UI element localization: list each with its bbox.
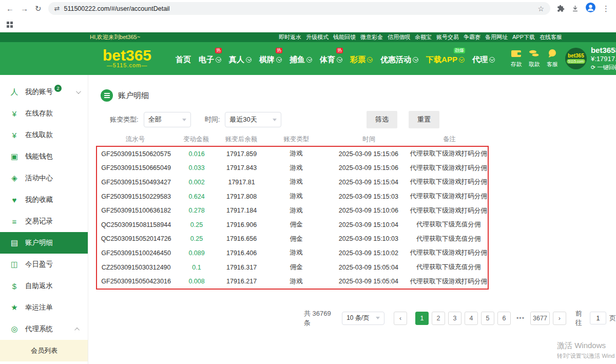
page-number-button[interactable]: 4 (465, 312, 478, 325)
sidebar-item[interactable]: ◎ 代理系统 (0, 318, 88, 340)
cell-type: 游戏 (265, 164, 328, 173)
windows-activation-watermark: 激活 Windows 转到“设置”以激活 Wind (557, 341, 616, 360)
sidebar-item[interactable]: ♥ 我的收藏 (0, 189, 88, 210)
profile-avatar[interactable] (586, 3, 595, 14)
cell-remark: 代理获取下级充值分佣 (410, 220, 488, 229)
sidebar-item[interactable]: 人 我的账号 2 (0, 81, 88, 103)
nav-item[interactable]: 彩票 (346, 51, 376, 67)
nav-item[interactable]: 真人 (225, 51, 255, 67)
cell-time: 2025-03-09 15:15:04 (328, 179, 410, 186)
site-logo[interactable]: bet365 —5115.com— (103, 49, 151, 68)
cell-balance: 17916.906 (218, 221, 265, 228)
address-bar[interactable]: ⇄ 511500222.com/#/user/accountDetail ☆ (48, 2, 550, 15)
sidebar-subitem-member-list[interactable]: 会员列表 (0, 340, 88, 361)
sidebar-item[interactable]: ¥ 在线存款 (0, 103, 88, 124)
next-page-button[interactable]: › (553, 312, 566, 325)
filter-button[interactable]: 筛选 (367, 111, 397, 128)
cell-serial-no: QC25030915052014726 (97, 235, 175, 242)
sidebar-item[interactable]: ◫ 今日盈亏 (0, 254, 88, 275)
back-button[interactable]: ← (6, 5, 14, 12)
menu-dots-icon[interactable]: ⋮ (602, 5, 610, 12)
topbar-link[interactable]: 在线客服 (540, 33, 562, 41)
page-number-button[interactable]: 1 (415, 312, 429, 325)
goto-page-input[interactable] (590, 312, 606, 324)
deposit-button[interactable]: 存款 (511, 49, 522, 68)
cell-balance: 17917.81 (218, 179, 265, 186)
sidebar-item-icon: ¥ (9, 131, 20, 140)
chevron-down-icon (182, 119, 186, 121)
page-number-button[interactable]: ••• (514, 312, 527, 325)
chevron-down-circle-icon (489, 57, 495, 63)
nav-item[interactable]: 劲爆 下载APP (422, 51, 468, 67)
topbar-link[interactable]: 钱能回馈 (333, 33, 356, 41)
topbar-link[interactable]: 即时返水 (279, 33, 301, 41)
sidebar-item-icon: $ (9, 282, 20, 291)
bookmark-star-icon[interactable]: ☆ (537, 5, 544, 12)
nav-item[interactable]: 捕鱼 (286, 51, 316, 67)
reload-button[interactable]: ↻ (35, 5, 42, 12)
withdraw-button[interactable]: 取款 (529, 49, 540, 68)
nav-item[interactable]: 代理 (469, 51, 498, 67)
per-page-select[interactable]: 10 条/页 (342, 312, 384, 325)
nav-item[interactable]: 热 电子 (195, 51, 225, 67)
nav-item[interactable]: 首页 (172, 51, 195, 67)
prev-page-button[interactable]: ‹ (394, 312, 407, 325)
topbar-link[interactable]: 余额宝 (415, 33, 432, 41)
page-title: 账户明细 (118, 91, 149, 101)
topbar-link[interactable]: 账号交易 (436, 33, 459, 41)
topbar-link[interactable]: 争霸赛 (464, 33, 480, 41)
sidebar-item[interactable]: ¥ 在线取款 (0, 124, 88, 146)
column-header: 时间 (328, 135, 410, 144)
apps-grid-icon[interactable] (7, 22, 13, 28)
sidebar-item[interactable]: ≡ 交易记录 (0, 210, 88, 232)
page-number-button[interactable]: 3677 (530, 312, 550, 325)
sidebar-item-label: 活动中心 (25, 174, 53, 183)
sidebar-item-label: 账户明细 (25, 238, 53, 247)
cell-serial-no: GF25030915150493427 (97, 179, 175, 186)
goto-unit: 页 (609, 314, 616, 323)
topbar-link[interactable]: 升级模式 (306, 33, 329, 41)
extensions-puzzle-icon[interactable] (557, 5, 565, 12)
one-key-recycle-button[interactable]: ⟳ 一键回收 (591, 64, 616, 71)
sidebar-item-icon: ¥ (9, 109, 20, 118)
nav-item[interactable]: 热 棋牌 (256, 51, 285, 67)
page-number-button[interactable]: 6 (497, 312, 511, 325)
time-filter-select[interactable]: 最近30天 (225, 112, 281, 127)
cell-remark: 代理获取下级游戏打码分佣 (410, 164, 488, 173)
cell-remark: 代理获取下级充值分佣 (410, 263, 488, 272)
table-row: QC25030915052014726 0.25 17916.656 佣金 20… (97, 232, 488, 246)
nav-item[interactable]: 热 体育 (316, 51, 346, 67)
topbar-link[interactable]: 微意彩金 (360, 33, 383, 41)
nav-item[interactable]: 优惠活动 (377, 51, 422, 67)
cell-time: 2025-03-09 15:10:04 (328, 221, 410, 228)
type-filter-select[interactable]: 全部 (144, 112, 191, 127)
withdraw-label: 取款 (529, 61, 540, 68)
sidebar-item[interactable]: ▣ 钱能钱包 (0, 146, 88, 167)
topbar-link[interactable]: 备用网址 (485, 33, 508, 41)
topbar-links: 即时返水升级模式钱能回馈微意彩金信用借呗余额宝账号交易争霸赛备用网址APP下载在… (279, 33, 562, 41)
downloads-icon[interactable] (571, 5, 579, 12)
cell-time: 2025-03-09 15:05:04 (328, 278, 410, 285)
page-number-button[interactable]: 3 (448, 312, 461, 325)
customer-service-button[interactable]: 客服 (547, 49, 558, 68)
site-settings-icon[interactable]: ⇄ (54, 5, 60, 12)
sidebar-item[interactable]: ▤ 账户明细 (0, 232, 88, 254)
page-number-button[interactable]: 5 (481, 312, 494, 325)
topbar-link[interactable]: APP下载 (512, 33, 535, 41)
sidebar-item[interactable]: ◈ 活动中心 (0, 167, 88, 189)
nav-item-label: 体育 (320, 55, 335, 65)
page-number-button[interactable]: 2 (432, 312, 445, 325)
forward-button[interactable]: → (21, 5, 28, 12)
sidebar-item-label: 我的账号 (25, 87, 53, 97)
table-header-row: 流水号变动金额账变后余额账变类型时间备注 (96, 132, 489, 146)
cell-balance: 17917.184 (218, 207, 265, 214)
sidebar-item[interactable]: $ 自助返水 (0, 275, 88, 297)
sidebar-item[interactable]: ★ 幸运注单 (0, 297, 88, 318)
nav-item-label: 下载APP (426, 55, 457, 65)
cell-amount: 0.624 (175, 193, 218, 200)
cell-time: 2025-03-09 15:15:06 (328, 164, 410, 171)
topbar-link[interactable]: 信用借呗 (388, 33, 410, 41)
cell-amount: 0.016 (175, 150, 218, 158)
main-nav: 首页 热 电子 真人 热 棋牌 捕鱼 (172, 51, 498, 67)
reset-button[interactable]: 重置 (409, 111, 439, 128)
